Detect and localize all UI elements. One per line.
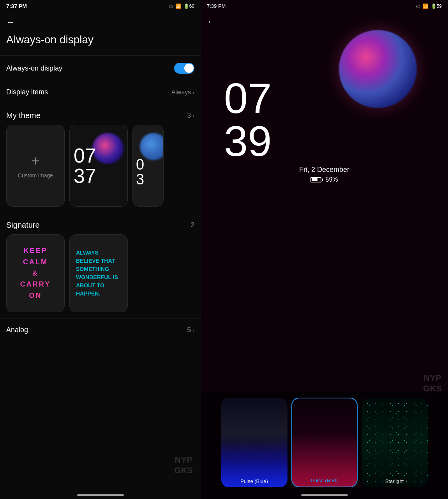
selection-area: Pulse (Blue) Pulse (Red) Starlight	[201, 391, 448, 499]
display-items-value: Always ›	[171, 89, 194, 96]
clock-theme-time: 07 37	[70, 145, 127, 186]
right-wifi-icon: 📶	[423, 4, 429, 9]
clock-hours: 07	[74, 145, 123, 166]
battery-tip	[322, 179, 323, 181]
right-battery-display: 59%	[310, 176, 338, 183]
keep-calm-text: KEEPCALM&CARRYON	[20, 245, 51, 301]
signature-title: Signature	[6, 221, 40, 230]
left-time: 7:37 PM	[6, 3, 27, 9]
pulse-blue-card[interactable]: Pulse (Blue)	[221, 398, 287, 487]
right-status-icons: ▭ 📶 🔋59	[416, 4, 442, 9]
pulse-blue-label: Pulse (Blue)	[221, 478, 287, 484]
battery-icon: 🔋60	[183, 4, 194, 9]
right-blob-decoration	[339, 30, 417, 108]
partial-theme-card[interactable]: 0 3	[132, 125, 164, 207]
custom-image-content: + Custom image	[18, 153, 53, 179]
right-screen-icon: ▭	[416, 4, 420, 9]
right-hours: 07	[224, 77, 448, 120]
my-theme-title: My theme	[6, 111, 41, 120]
pulse-red-card[interactable]: Pulse (Red)	[291, 398, 358, 487]
left-home-indicator	[77, 494, 124, 496]
always-believe-card[interactable]: ALWAYS BELIEVE THAT SOMETHING WONDERFUL …	[69, 234, 128, 312]
screen-record-icon: ▭	[169, 4, 173, 9]
custom-image-label: Custom image	[18, 172, 53, 179]
right-home-indicator	[301, 494, 348, 496]
partial-hours: 0	[136, 157, 144, 172]
starlight-label: Starlight	[362, 478, 428, 484]
my-theme-chevron: ›	[192, 113, 194, 119]
right-watermark: NYPGKS	[423, 373, 442, 394]
wifi-icon: 📶	[175, 4, 181, 9]
page-title: Always-on display	[0, 30, 201, 55]
signature-header: Signature 2	[0, 213, 201, 234]
custom-image-card[interactable]: + Custom image	[6, 125, 65, 207]
left-status-icons: ▭ 📶 🔋60	[169, 4, 194, 9]
right-back-button[interactable]: ←	[201, 12, 448, 30]
display-items-chevron: ›	[192, 89, 194, 96]
toggle-knob	[184, 64, 194, 73]
signature-count: 2	[190, 221, 194, 229]
right-minutes: 39	[224, 120, 448, 163]
analog-label: Analog	[6, 326, 28, 334]
pulse-red-label: Pulse (Red)	[292, 478, 357, 483]
always-on-label: Always-on display	[6, 64, 62, 73]
display-items-row[interactable]: Display items Always ›	[0, 81, 201, 103]
battery-fill	[312, 178, 317, 181]
battery-display-icon	[310, 177, 323, 182]
clock-minutes: 37	[74, 166, 123, 186]
battery-percentage: 59%	[325, 176, 338, 183]
always-believe-text: ALWAYS BELIEVE THAT SOMETHING WONDERFUL …	[76, 249, 121, 298]
always-on-toggle[interactable]	[174, 63, 194, 74]
right-battery-icon: 🔋59	[431, 4, 442, 9]
left-back-button[interactable]: ←	[0, 12, 201, 30]
theme-cards-row: + Custom image 07 37 0 3	[0, 125, 201, 213]
right-status-bar: 7:39 PM ▭ 📶 🔋59	[201, 0, 448, 12]
right-date: Fri, 2 December	[299, 166, 349, 174]
my-theme-count[interactable]: 3 ›	[187, 111, 194, 120]
analog-row[interactable]: Analog 5 ›	[0, 319, 201, 341]
left-watermark: NYPGKS	[174, 455, 193, 476]
right-panel: 7:39 PM ▭ 📶 🔋59 ← 07 39 Fri, 2 December …	[201, 0, 448, 499]
signature-cards: KEEPCALM&CARRYON ALWAYS BELIEVE THAT SOM…	[0, 234, 201, 319]
left-panel: 7:37 PM ▭ 📶 🔋60 ← Always-on display Alwa…	[0, 0, 201, 499]
selection-cards-row: Pulse (Blue) Pulse (Red) Starlight	[205, 398, 443, 487]
always-on-display-row[interactable]: Always-on display	[0, 55, 201, 81]
my-theme-header: My theme 3 ›	[0, 103, 201, 125]
starlight-card[interactable]: Starlight	[362, 398, 428, 487]
analog-count: 5 ›	[187, 326, 194, 334]
partial-minutes: 3	[136, 172, 144, 187]
left-status-bar: 7:37 PM ▭ 📶 🔋60	[0, 0, 201, 12]
plus-icon: +	[18, 153, 53, 169]
partial-time: 0 3	[136, 157, 144, 187]
battery-body	[310, 177, 321, 182]
right-time: 7:39 PM	[207, 3, 226, 9]
keep-calm-card[interactable]: KEEPCALM&CARRYON	[6, 234, 65, 312]
clock-display: 07 39 Fri, 2 December 59%	[201, 30, 448, 187]
display-items-label: Display items	[6, 88, 48, 96]
analog-chevron: ›	[192, 327, 194, 333]
clock-theme-card[interactable]: 07 37	[69, 125, 128, 207]
star-particles	[362, 398, 428, 487]
